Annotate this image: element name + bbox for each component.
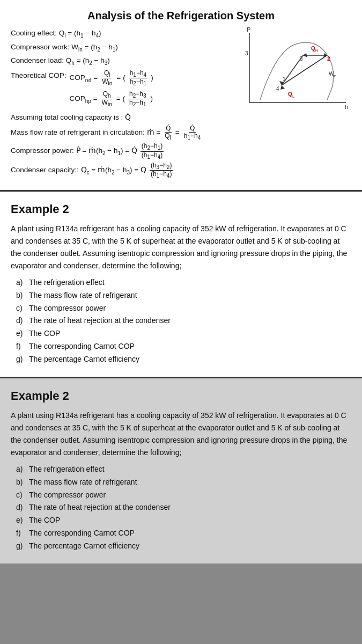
list-label: d): [16, 501, 26, 514]
cop-hp-num2: h2−h3: [128, 91, 147, 99]
cooling-line: Cooling effect: Ql = (h1 − h4): [11, 27, 239, 40]
cop-hp-paren2: ): [151, 93, 153, 105]
cop-ref-frac: Ql Win: [101, 70, 113, 87]
cop-ref-eq: =: [116, 72, 121, 84]
theoretical-cop-label: Theoretical COP:: [11, 70, 67, 82]
compressor-power-line: Compressor power: Ṗ = ṁ(h2 − h1) = Q̇ (h…: [11, 143, 239, 160]
svg-text:in: in: [333, 74, 336, 78]
mass-flow-text: Mass flow rate of refrigerant in circula…: [11, 127, 160, 139]
cond-den: (h1−h4): [150, 171, 173, 179]
list-text: The mass flow rate of refrigerant: [29, 289, 137, 302]
cop-hp-paren: (: [123, 93, 125, 105]
cop-ref-den: Win: [101, 78, 113, 86]
example2-bottom-list: a)The refrigeration effectb)The mass flo…: [16, 463, 351, 553]
comp-den: (h1−h4): [141, 152, 164, 160]
compressor-text: Compressor work: Win = (h2 − h1): [11, 41, 118, 54]
list-label: f): [16, 340, 26, 353]
list-text: The percentage Carnot efficiency: [29, 540, 139, 553]
list-label: b): [16, 289, 26, 302]
svg-marker-8: [303, 53, 307, 57]
comp-num: (h2−h1): [141, 143, 164, 151]
page-title: Analysis of the Refrigeration System: [11, 10, 351, 22]
analysis-left: Cooling effect: Ql = (h1 − h4) Compresso…: [11, 27, 239, 181]
mass-flow-frac2: Q̇ h1−h4: [183, 125, 202, 141]
middle-section: Example 2 A plant using R134a refrigeran…: [0, 192, 362, 378]
condenser-load-line: Condenser load: Qh = (h2 − h3): [11, 55, 239, 68]
list-label: b): [16, 476, 26, 489]
list-label: g): [16, 353, 26, 366]
list-text: The rate of heat rejection at the conden…: [29, 314, 171, 327]
ph-diagram: P h: [244, 27, 351, 113]
list-item: a)The refrigeration effect: [16, 463, 351, 476]
svg-text:H: H: [315, 48, 318, 53]
list-label: c): [16, 489, 26, 502]
svg-line-4: [282, 55, 327, 85]
svg-text:h: h: [345, 104, 348, 110]
cop-hp-frac2: h2−h3 h2−h1: [128, 91, 147, 108]
svg-text:Q: Q: [288, 91, 292, 97]
list-label: e): [16, 327, 26, 340]
list-label: a): [16, 463, 26, 476]
mass-flow-den: Ql: [164, 133, 172, 141]
cop-hp-den: Win: [101, 99, 113, 107]
list-text: The compressor power: [29, 302, 106, 315]
svg-text:1: 1: [283, 76, 286, 82]
svg-text:2: 2: [327, 56, 330, 62]
list-item: a)The refrigeration effect: [16, 276, 351, 289]
list-item: c)The compressor power: [16, 302, 351, 315]
list-item: c)The compressor power: [16, 489, 351, 502]
theoretical-cop-block: Theoretical COP: COPref = Ql Win = (: [11, 70, 239, 109]
cond-num: (h3−h2): [150, 162, 173, 171]
cop-ref-paren2: ): [151, 72, 153, 84]
svg-text:4: 4: [276, 86, 279, 92]
list-text: The corresponding Carnot COP: [29, 527, 135, 540]
mass-flow-frac: Q̇ Ql: [164, 125, 172, 141]
list-label: a): [16, 276, 26, 289]
condenser-text: Condenser load: Qh = (h2 − h3): [11, 55, 110, 68]
list-item: d)The rate of heat rejection at the cond…: [16, 314, 351, 327]
cop-hp-den2: h2−h1: [128, 99, 147, 107]
list-item: e)The COP: [16, 327, 351, 340]
top-section: Analysis of the Refrigeration System Coo…: [0, 0, 362, 192]
example2-middle-title: Example 2: [11, 202, 351, 216]
list-label: g): [16, 540, 26, 553]
condenser-capacity-line: Condenser capacity:: Q̇c = ṁ(h2 − h3) = …: [11, 162, 239, 179]
cop-formulas: COPref = Ql Win = ( h1−h4 h2−h1 ): [70, 70, 153, 109]
list-label: d): [16, 314, 26, 327]
list-label: f): [16, 527, 26, 540]
cop-hp-row: COPhp = Qh Win = ( h2−h3 h2−h1 ): [70, 91, 153, 108]
svg-text:3: 3: [245, 50, 248, 56]
list-item: g)The percentage Carnot efficiency: [16, 540, 351, 553]
cop-ref-row: COPref = Ql Win = ( h1−h4 h2−h1 ): [70, 70, 153, 87]
bottom-section: Example 2 A plant using R134a refrigeran…: [0, 378, 362, 564]
svg-marker-10: [280, 85, 285, 90]
cop-ref-num: Ql: [103, 70, 112, 78]
mass-flow-den2: h1−h4: [183, 133, 202, 141]
list-text: The refrigeration effect: [29, 276, 105, 289]
mass-flow-num2: Q̇: [189, 125, 196, 133]
cop-hp-frac: Qh Win: [101, 91, 113, 108]
list-text: The compressor power: [29, 489, 106, 502]
mass-flow-line: Mass flow rate of refrigerant in circula…: [11, 125, 239, 141]
cop-ref-frac2: h1−h4 h2−h1: [129, 70, 148, 87]
cop-ref-den2: h2−h1: [129, 78, 148, 86]
example2-middle-list: a)The refrigeration effectb)The mass flo…: [16, 276, 351, 366]
list-item: f)The corresponding Carnot COP: [16, 340, 351, 353]
analysis-content: Cooling effect: Ql = (h1 − h4) Compresso…: [11, 27, 351, 181]
list-label: e): [16, 514, 26, 527]
list-item: f)The corresponding Carnot COP: [16, 527, 351, 540]
cond-frac: (h3−h2) (h1−h4): [150, 162, 173, 179]
list-text: The COP: [29, 514, 60, 527]
cop-ref-label: COPref =: [70, 72, 98, 85]
cop-hp-label: COPhp =: [70, 93, 98, 106]
list-text: The percentage Carnot efficiency: [29, 353, 139, 366]
svg-text:P: P: [247, 27, 250, 33]
assuming-line: Assuming total cooling capacity is : Q̇: [11, 112, 239, 124]
list-text: The refrigeration effect: [29, 463, 105, 476]
svg-text:L: L: [292, 94, 295, 99]
compressor-power-text: Compressor power: Ṗ = ṁ(h2 − h1) = Q̇: [11, 145, 137, 158]
cooling-text: Cooling effect: Ql = (h1 − h4): [11, 27, 101, 40]
compressor-line: Compressor work: Win = (h2 − h1): [11, 41, 239, 54]
comp-frac: (h2−h1) (h1−h4): [141, 143, 164, 160]
assuming-text: Assuming total cooling capacity is : Q̇: [11, 113, 131, 121]
